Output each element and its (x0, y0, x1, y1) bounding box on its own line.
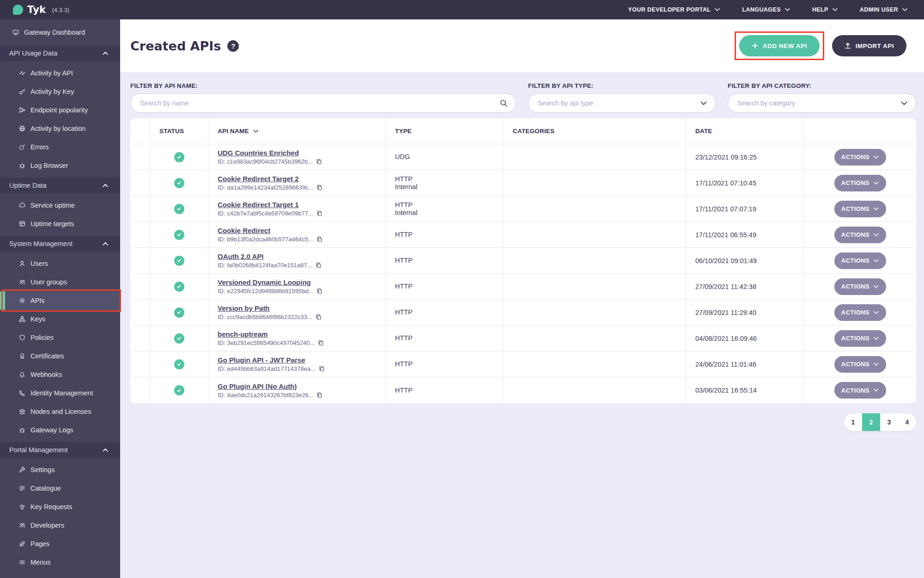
api-name-link[interactable]: Cookie Redirect (218, 227, 322, 234)
sidebar-section-uptime-data[interactable]: Uptime Data (0, 178, 120, 193)
copy-icon[interactable] (316, 262, 322, 268)
brand-logo[interactable]: Tyk (4.3.3) (13, 4, 69, 15)
date-cell: 27/09/2021 11:42:38 (686, 274, 804, 299)
actions-button[interactable]: ACTIONS (834, 252, 886, 269)
sidebar-item-developers[interactable]: Developers (0, 516, 120, 535)
sidebar-section-system-management[interactable]: System Management (0, 236, 120, 252)
actions-button[interactable]: ACTIONS (834, 175, 886, 191)
sidebar-item-activity-by-api[interactable]: Activity by API (0, 64, 120, 82)
api-name-link[interactable]: UDG Countries Enriched (218, 149, 322, 157)
sidebar-item-endpoint-popularity[interactable]: Endpoint popularity (0, 101, 120, 119)
sidebar-item-policies[interactable]: Policies (0, 328, 120, 347)
sidebar-item-label: Developers (30, 522, 64, 529)
actions-button[interactable]: ACTIONS (834, 330, 886, 347)
api-name-link[interactable]: Go Plugin API - JWT Parse (218, 356, 325, 364)
import-api-button[interactable]: IMPORT API (832, 35, 906, 56)
sidebar-item-gateway-dashboard[interactable]: Gateway Dashboard (0, 19, 120, 45)
actions-cell: ACTIONS (804, 248, 916, 273)
search-by-name-input[interactable] (140, 99, 500, 107)
copy-icon[interactable] (316, 288, 322, 294)
key-icon (19, 88, 25, 95)
api-category-select[interactable]: Search by category (728, 93, 916, 113)
sidebar-item-apis[interactable]: APIs (0, 291, 120, 310)
sidebar-item-gateway-logs[interactable]: Gateway Logs (0, 421, 120, 439)
sidebar-item-errors[interactable]: Errors (0, 138, 120, 156)
sidebar-item-activity-by-location[interactable]: Activity by location (0, 119, 120, 138)
sidebar-item-activity-by-key[interactable]: Activity by Key (0, 82, 120, 101)
api-name-link[interactable]: Versioned Dynamic Looping (218, 278, 322, 286)
topnav-label: LANGUAGES (742, 6, 780, 13)
sidebar-item-pages[interactable]: Pages (0, 535, 120, 553)
copy-icon[interactable] (316, 392, 322, 398)
help-icon[interactable]: ? (227, 40, 239, 52)
page-button-1[interactable]: 1 (844, 413, 862, 431)
copy-icon[interactable] (316, 184, 322, 191)
copy-icon[interactable] (318, 340, 324, 346)
sidebar-item-identity-management[interactable]: Identity Management (0, 384, 120, 402)
actions-button[interactable]: ACTIONS (834, 304, 886, 321)
api-name-link[interactable]: Cookie Redirect Target 1 (218, 201, 322, 209)
table-row: Cookie Redirect Target 1ID: c42b7e7abf5c… (130, 196, 916, 222)
sidebar-item-service-uptime[interactable]: Service uptime (0, 196, 120, 215)
sidebar-section-api-usage-data[interactable]: API Usage Data (0, 45, 120, 61)
topnav-admin-user[interactable]: ADMIN USER (860, 6, 907, 13)
upload-icon (845, 43, 851, 49)
sidebar-group: Activity by API Activity by Key Endpoint… (0, 61, 120, 178)
actions-button[interactable]: ACTIONS (834, 356, 886, 373)
actions-button[interactable]: ACTIONS (834, 227, 886, 243)
actions-button[interactable]: ACTIONS (834, 149, 886, 166)
sidebar-item-certificates[interactable]: Certificates (0, 347, 120, 365)
api-name-cell: Cookie Redirect Target 2ID: da1a299e1423… (208, 170, 386, 196)
sidebar-section-portal-management[interactable]: Portal Management (0, 442, 120, 458)
status-cell (150, 300, 208, 325)
sidebar-item-log-browser[interactable]: Log Browser (0, 156, 120, 175)
page-button-4[interactable]: 4 (898, 413, 916, 431)
monitor-icon (12, 29, 19, 36)
copy-icon[interactable] (319, 366, 325, 372)
api-name-link[interactable]: bench-uptream (218, 330, 324, 338)
topnav-developer-portal[interactable]: YOUR DEVELOPER PORTAL (628, 6, 720, 13)
search-icon[interactable] (500, 99, 507, 107)
column-header-status: STATUS (150, 118, 208, 144)
api-type: UDG (395, 153, 410, 161)
api-name-cell: Versioned Dynamic LoopingID: e22945fc12d… (208, 274, 386, 299)
status-active-check-icon (174, 307, 184, 318)
topnav-help[interactable]: HELP (812, 6, 838, 13)
page-button-2-active[interactable]: 2 (862, 413, 880, 431)
sidebar-item-keys[interactable]: Keys (0, 310, 120, 328)
api-category-placeholder: Search by category (737, 99, 795, 107)
api-name-link[interactable]: OAuth 2.0 API (218, 252, 322, 260)
sidebar-item-user-groups[interactable]: User groups (0, 273, 120, 291)
sidebar-item-nodes-and-licenses[interactable]: Nodes and Licenses (0, 402, 120, 421)
gears-icon (19, 297, 25, 304)
copy-icon[interactable] (316, 159, 322, 165)
sidebar-item-catalogue[interactable]: Catalogue (0, 479, 120, 498)
sidebar-item-users[interactable]: Users (0, 254, 120, 273)
sidebar-item-webhooks[interactable]: Webhooks (0, 365, 120, 384)
actions-button[interactable]: ACTIONS (834, 201, 886, 217)
copy-icon[interactable] (316, 210, 322, 216)
import-api-label: IMPORT API (856, 43, 894, 49)
api-name-link[interactable]: Cookie Redirect Target 2 (218, 175, 322, 183)
copy-icon[interactable] (316, 236, 322, 242)
sidebar-item-menus[interactable]: Menus (0, 553, 120, 572)
section-title: Portal Management (9, 446, 68, 454)
sort-chevron-icon[interactable] (253, 129, 258, 133)
api-type-select[interactable]: Search by api type (528, 93, 716, 113)
copy-icon[interactable] (316, 314, 322, 320)
api-name-link[interactable]: Version by Path (218, 304, 322, 312)
page-button-3[interactable]: 3 (880, 413, 898, 431)
sidebar-item-key-requests[interactable]: Key Requests (0, 498, 120, 516)
actions-cell: ACTIONS (804, 274, 916, 299)
sidebar-item-uptime-targets[interactable]: Uptime targets (0, 215, 120, 233)
status-cell (150, 248, 208, 273)
api-name-link[interactable]: Go Plugin API (No Auth) (218, 382, 322, 390)
sidebar-item-settings[interactable]: Settings (0, 461, 120, 479)
status-cell (150, 377, 208, 403)
actions-button[interactable]: ACTIONS (834, 382, 886, 399)
topnav-languages[interactable]: LANGUAGES (742, 6, 790, 13)
add-new-api-button[interactable]: ADD NEW API (739, 35, 820, 56)
actions-button[interactable]: ACTIONS (834, 278, 886, 295)
categories-cell (504, 222, 686, 247)
column-header-api-name[interactable]: API NAME (208, 118, 386, 144)
